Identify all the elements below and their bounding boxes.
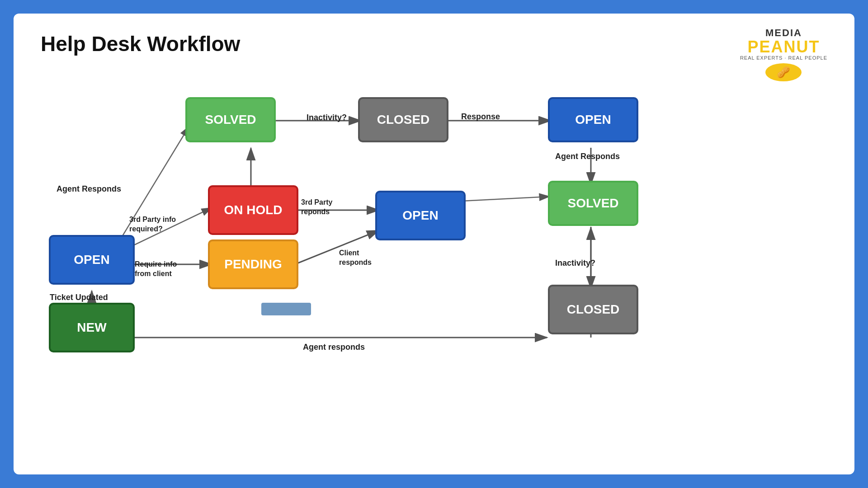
node-open-left: OPEN (49, 235, 135, 285)
label-response: Response (461, 112, 500, 122)
node-closed-top: CLOSED (358, 97, 448, 142)
label-require-info: Require info from client (135, 260, 177, 279)
node-open-top-right: OPEN (548, 97, 638, 142)
label-agent-responds-bottom: Agent responds (303, 343, 365, 352)
label-3rd-party-info: 3rd Party info required? (129, 215, 176, 234)
node-closed-right: CLOSED (548, 285, 638, 334)
node-solved-top: SOLVED (185, 97, 276, 142)
peanut-icon: 🥜 (765, 63, 802, 81)
label-inactivity-top: Inactivity? (307, 113, 347, 122)
main-card: Help Desk Workflow MEDIA PEANUT REAL EXP… (14, 14, 854, 474)
node-on-hold: ON HOLD (208, 185, 298, 235)
node-solved-right: SOLVED (548, 181, 638, 226)
arrows-svg (14, 14, 854, 474)
logo-sub: REAL EXPERTS · REAL PEOPLE (740, 55, 827, 61)
logo: MEDIA PEANUT REAL EXPERTS · REAL PEOPLE … (740, 27, 827, 81)
label-ticket-updated: Ticket Updated (50, 293, 108, 302)
label-agent-responds-top: Agent Responds (555, 152, 620, 161)
node-new: NEW (49, 303, 135, 352)
label-3rd-party-reponds: 3rd Party reponds (301, 198, 332, 217)
label-agent-responds-left: Agent Responds (57, 184, 121, 194)
logo-peanut: PEANUT (740, 39, 827, 55)
node-pending: PENDING (208, 239, 298, 289)
blue-bar-decoration (261, 303, 311, 315)
page-title: Help Desk Workflow (41, 32, 240, 56)
svg-line-12 (461, 197, 549, 201)
label-inactivity-right: Inactivity? (555, 258, 595, 268)
label-client-responds: Client responds (339, 249, 372, 267)
node-open-mid: OPEN (375, 191, 466, 240)
